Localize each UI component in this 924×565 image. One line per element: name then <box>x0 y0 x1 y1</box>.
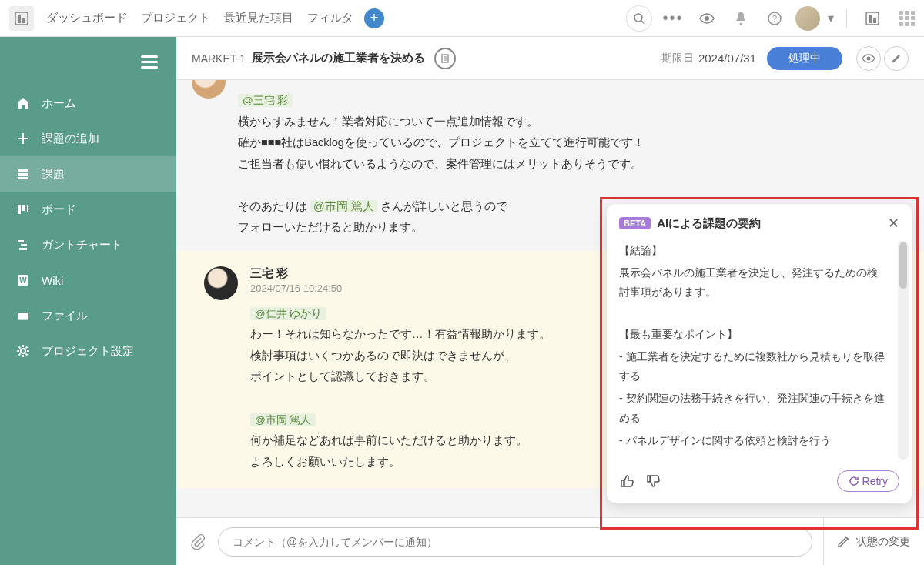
ai-summary-popup: BETA AIによる課題の要約 ✕ 【結論】 展示会パネルの施工業者を決定し、発… <box>607 204 912 503</box>
more-icon[interactable]: ••• <box>660 5 686 32</box>
svg-rect-16 <box>22 205 25 211</box>
sidebar-item-label: Wiki <box>42 274 63 287</box>
due-date: 2024/07/31 <box>698 52 756 65</box>
status-badge[interactable]: 処理中 <box>767 47 842 70</box>
svg-point-25 <box>21 349 25 353</box>
svg-rect-11 <box>873 18 876 23</box>
issue-key[interactable]: MARKET-1 <box>192 52 246 65</box>
gear-icon <box>15 343 31 359</box>
svg-rect-24 <box>18 319 28 320</box>
sidebar-item-settings[interactable]: プロジェクト設定 <box>0 333 176 369</box>
search-icon[interactable] <box>626 5 652 32</box>
scrollbar[interactable] <box>898 241 909 460</box>
avatar-chevron-icon[interactable]: ▾ <box>828 11 834 25</box>
board-icon <box>15 202 31 217</box>
org-icon[interactable] <box>859 5 886 32</box>
sidebar-item-wiki[interactable]: W Wiki <box>0 262 176 298</box>
sidebar-item-label: ホーム <box>42 96 76 111</box>
svg-rect-9 <box>866 12 879 25</box>
svg-point-30 <box>867 56 871 60</box>
comment-input[interactable] <box>218 527 812 557</box>
wiki-icon: W <box>15 272 31 288</box>
svg-rect-2 <box>22 18 25 23</box>
ai-summary-highlight: BETA AIによる課題の要約 ✕ 【結論】 展示会パネルの施工業者を決定し、発… <box>600 197 919 530</box>
sidebar-item-label: ボード <box>42 202 76 217</box>
ai-title: AIによる課題の要約 <box>657 216 888 231</box>
main-content: MARKET-1 展示会パネルの施工業者を決める 期限日 2024/07/31 … <box>176 37 924 565</box>
nav-filter[interactable]: フィルタ <box>307 11 353 25</box>
issue-header: MARKET-1 展示会パネルの施工業者を決める 期限日 2024/07/31 … <box>176 37 924 80</box>
svg-text:W: W <box>19 276 27 285</box>
sidebar-item-label: 課題 <box>42 167 65 182</box>
svg-rect-18 <box>18 240 24 242</box>
svg-rect-19 <box>21 244 27 246</box>
attach-icon[interactable] <box>190 533 207 550</box>
svg-point-3 <box>634 14 642 22</box>
home-icon <box>15 95 31 111</box>
svg-rect-12 <box>18 169 28 172</box>
sidebar-item-label: 課題の追加 <box>42 132 99 146</box>
svg-rect-20 <box>19 248 27 250</box>
add-button[interactable]: + <box>364 8 384 28</box>
sidebar-item-label: プロジェクト設定 <box>42 344 134 359</box>
sidebar-item-issues[interactable]: 課題 <box>0 156 176 192</box>
edit-issue-icon[interactable] <box>884 46 909 71</box>
mention[interactable]: @市岡 篤人 <box>250 413 316 426</box>
beta-badge: BETA <box>619 217 651 229</box>
mention[interactable]: @仁井 ゆかり <box>250 307 326 320</box>
issue-title: 展示会パネルの施工業者を決める <box>252 51 425 65</box>
bell-icon[interactable] <box>728 5 754 32</box>
topbar: ダッシュボード プロジェクト 最近見た項目 フィルタ + ••• ? ▾ <box>0 0 924 37</box>
sidebar-item-file[interactable]: ファイル <box>0 298 176 333</box>
thumbs-up-icon[interactable] <box>619 473 634 489</box>
svg-text:?: ? <box>772 14 777 23</box>
svg-rect-14 <box>18 177 28 179</box>
apps-grid-icon[interactable] <box>899 11 915 26</box>
retry-button[interactable]: Retry <box>837 470 899 492</box>
mention[interactable]: @市岡 篤人 <box>310 200 377 212</box>
due-label: 期限日 <box>661 52 694 65</box>
top-nav: ダッシュボード プロジェクト 最近見た項目 フィルタ <box>46 11 353 25</box>
ai-summary-body: 【結論】 展示会パネルの施工業者を決定し、発注するための検討事項があります。 【… <box>607 238 898 463</box>
sidebar: ホーム 課題の追加 課題 ボード ガントチャート W Wiki ファイル プロジ <box>0 37 176 565</box>
file-icon <box>15 308 31 323</box>
sidebar-item-gantt[interactable]: ガントチャート <box>0 227 176 262</box>
comment-time: 2024/07/16 10:20:28 <box>238 80 909 81</box>
svg-rect-0 <box>15 12 28 25</box>
svg-point-5 <box>705 16 709 21</box>
close-icon[interactable]: ✕ <box>888 215 899 232</box>
list-icon <box>15 166 31 182</box>
svg-rect-13 <box>18 173 28 176</box>
sidebar-toggle[interactable] <box>141 52 158 72</box>
nav-dashboard[interactable]: ダッシュボード <box>46 11 127 25</box>
comment-avatar[interactable] <box>204 266 238 300</box>
sidebar-item-add-issue[interactable]: 課題の追加 <box>0 121 176 156</box>
svg-rect-10 <box>869 15 872 23</box>
nav-recent[interactable]: 最近見た項目 <box>224 11 293 25</box>
plus-icon <box>15 131 31 146</box>
watch-issue-icon[interactable] <box>856 46 881 71</box>
gantt-icon <box>15 237 31 252</box>
sidebar-item-label: ガントチャート <box>42 238 122 252</box>
mention[interactable]: @三宅 彩 <box>238 94 293 107</box>
svg-rect-1 <box>18 15 21 23</box>
detail-icon[interactable] <box>434 48 456 69</box>
sidebar-item-board[interactable]: ボード <box>0 192 176 227</box>
watch-icon[interactable] <box>694 5 720 32</box>
nav-project[interactable]: プロジェクト <box>141 11 210 25</box>
sidebar-item-label: ファイル <box>42 309 88 323</box>
svg-line-4 <box>641 21 644 24</box>
thumbs-down-icon[interactable] <box>645 473 661 489</box>
comment-avatar[interactable] <box>192 80 226 99</box>
svg-rect-17 <box>27 205 28 212</box>
sidebar-item-home[interactable]: ホーム <box>0 85 176 121</box>
user-avatar[interactable] <box>795 6 820 31</box>
svg-rect-15 <box>18 205 21 214</box>
logo[interactable] <box>9 6 34 31</box>
svg-point-6 <box>740 22 742 25</box>
help-icon[interactable]: ? <box>762 5 788 32</box>
